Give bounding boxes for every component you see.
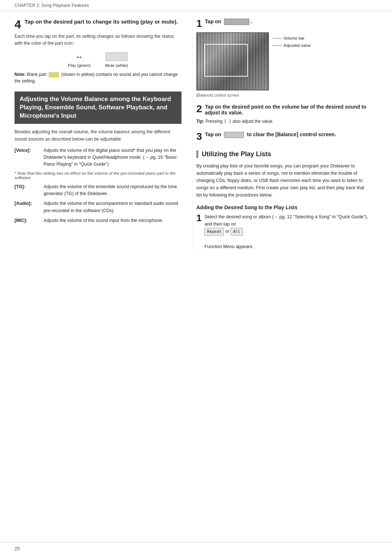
step-4-note: Note: Blank part (shown in yellow) conta… <box>15 71 181 84</box>
def-desc-tg: Adjusts the volume of the ensemble sound… <box>44 183 181 198</box>
right-step-3-number: 3 <box>196 131 202 142</box>
def-term-mic: [MIC]: <box>15 217 40 224</box>
volume-balance-section-body: Besides adjusting the overall volume, th… <box>15 128 181 143</box>
volume-bar-label: Volume bar <box>283 36 305 40</box>
knob-left-icon: ⟨ <box>224 118 226 125</box>
right-column: 1 Tap on . Volume <box>192 19 370 252</box>
balance-screen <box>196 32 269 90</box>
right-step-1-title: Tap on . <box>205 19 253 24</box>
right-step-2-body: Tip: Pressing ⟨ ⟩ also adjust the value. <box>196 118 370 125</box>
right-step-3-pre: Tap on <box>205 131 221 137</box>
page-header: CHAPTER 2: Song Playback Features <box>0 0 392 11</box>
right-step-2-number: 2 <box>196 104 202 114</box>
step-4-title: Tap on the desired part to change its se… <box>25 19 178 25</box>
tap-bar-icon <box>224 19 249 25</box>
italic-note-voice: * Note that this setting has no effect o… <box>15 171 181 180</box>
clear-button-icon <box>224 132 244 138</box>
right-step-1-number: 1 <box>196 19 202 29</box>
right-step-3-mid: to clear the [Balance] control screen. <box>247 131 336 137</box>
all-button[interactable]: All <box>230 228 243 236</box>
def-row-mic: [MIC]: Adjusts the volume of the sound i… <box>15 217 181 224</box>
right-step-2-heading: 2 Tap on the desired point on the volume… <box>196 104 370 116</box>
callout-adjusted-value: Adjusted value <box>273 43 311 48</box>
note-label: Note: <box>15 72 26 77</box>
adding-song-subheading: Adding the Desired Song to the Play List… <box>196 204 370 210</box>
callout-dash-2 <box>273 45 282 46</box>
left-column: 4 Tap on the desired part to change its … <box>15 19 192 252</box>
def-desc-audio: Adjusts the volume of the accompaniment … <box>44 200 181 214</box>
arrow-icon: ↔ <box>68 52 91 62</box>
def-row-audio: [Audio]: Adjusts the volume of the accom… <box>15 200 181 214</box>
function-menu-text: Function Menu appears. <box>204 244 253 249</box>
note-box-content: Note: Blank part (shown in yellow) conta… <box>15 71 181 84</box>
right-step-2: 2 Tap on the desired point on the volume… <box>196 104 370 125</box>
right-step-2-title: Tap on the desired point on the volume b… <box>205 104 367 116</box>
balance-callouts: Volume bar Adjusted value <box>273 36 311 50</box>
note-text: Blank part <box>27 72 46 77</box>
yellow-box <box>49 72 59 77</box>
step-4-diagram: ↔ Play (green) Mute (white) <box>15 52 181 68</box>
volume-balance-section-heading: Adjusting the Volume Balance among the K… <box>15 92 181 124</box>
tip-label: Tip: <box>196 119 204 124</box>
def-term-audio: [Audio]: <box>15 200 40 214</box>
step-4-heading: 4 Tap on the desired part to change its … <box>15 19 181 30</box>
play-lists-step-1-number: 1 <box>196 213 201 223</box>
def-term-tg: [TG]: <box>15 183 40 198</box>
def-desc-voice: Adjusts the volume of the digital piano … <box>44 147 181 168</box>
play-lists-heading: Utilizing the Play Lists <box>196 150 370 158</box>
step-4-body: Each time you tap on the part, its setti… <box>15 33 181 47</box>
def-row-tg: [TG]: Adjusts the volume of the ensemble… <box>15 183 181 198</box>
step-4-number: 4 <box>15 19 21 30</box>
page-number: 25 <box>15 546 20 551</box>
tip-suffix: also adjust the value. <box>233 119 274 124</box>
def-row-voice: [Voice]: Adjusts the volume of the digit… <box>15 147 181 168</box>
right-step-1: 1 Tap on . Volume <box>196 19 370 97</box>
play-diagram-item: ↔ Play (green) <box>68 52 91 68</box>
mute-diagram-item: Mute (white) <box>105 52 128 68</box>
step-4: 4 Tap on the desired part to change its … <box>15 19 181 84</box>
play-lists-step-1-body: Select the desired song or album (→ pg. … <box>204 213 370 250</box>
tip-text: Pressing <box>205 119 222 124</box>
step1-text: Select the desired song or album (→ pg. … <box>204 214 368 227</box>
repeat-button[interactable]: Repeat <box>204 228 224 236</box>
def-term-voice: [Voice]: <box>15 147 40 168</box>
right-step-1-heading: 1 Tap on . <box>196 19 370 29</box>
play-lists-step-1: 1 Select the desired song or album (→ pg… <box>196 213 370 250</box>
play-label: Play (green) <box>68 63 91 68</box>
page: CHAPTER 2: Song Playback Features 4 Tap … <box>0 0 392 555</box>
def-desc-mic: Adjusts the volume of the sound input fr… <box>44 217 181 224</box>
right-step-3-heading: 3 Tap on to clear the [Balance] control … <box>196 131 370 142</box>
callout-dash-1 <box>273 38 282 39</box>
or-text: or <box>225 229 229 234</box>
chapter-title: CHAPTER 2: Song Playback Features <box>15 3 89 8</box>
callout-volume-bar: Volume bar <box>273 36 311 40</box>
definition-list: [Voice]: Adjusts the volume of the digit… <box>15 147 181 224</box>
balance-image-container: Volume bar Adjusted value [Balance] cont… <box>196 32 370 97</box>
page-footer: 25 <box>0 542 392 555</box>
right-step-3: 3 Tap on to clear the [Balance] control … <box>196 131 370 142</box>
knob-right-icon: ⟩ <box>229 118 231 125</box>
balance-caption: [Balance] control screen <box>196 93 370 97</box>
mute-label: Mute (white) <box>105 63 128 68</box>
tip-box: Tip: Pressing ⟨ ⟩ also adjust the value. <box>196 118 370 125</box>
play-lists-body: By creating play lists of your favorite … <box>196 162 370 199</box>
adjusted-value-label: Adjusted value <box>283 43 311 48</box>
balance-overlay-box <box>204 44 248 77</box>
mute-box <box>106 52 127 61</box>
